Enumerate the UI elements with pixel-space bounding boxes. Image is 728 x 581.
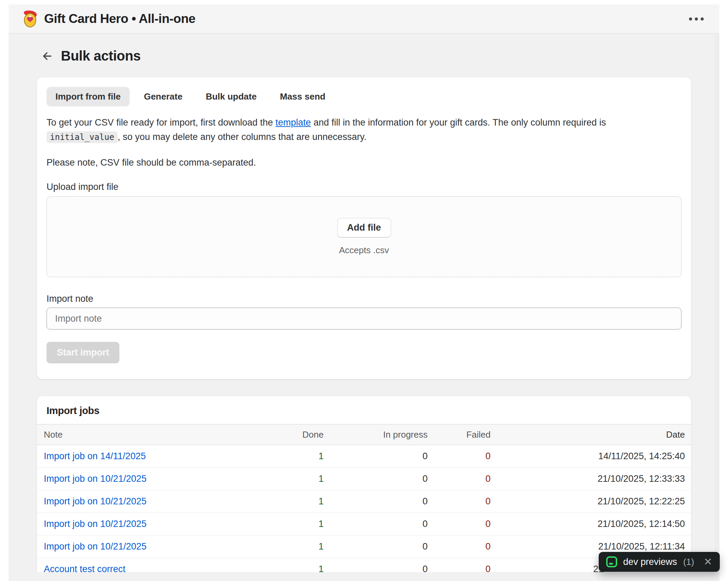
accepts-hint: Accepts .csv bbox=[339, 245, 389, 256]
job-date: 21/10/2025, 12:14:50 bbox=[491, 519, 685, 529]
column-header-done: Done bbox=[242, 429, 324, 440]
job-date: 21/10/2025, 12:33:33 bbox=[491, 474, 685, 484]
failed-count: 0 bbox=[428, 474, 491, 484]
column-header-in-progress: In progress bbox=[324, 429, 428, 440]
table-row: Import job on 10/21/2025 1 0 0 21/10/202… bbox=[37, 513, 691, 535]
failed-count: 0 bbox=[428, 519, 491, 529]
upload-file-label: Upload import file bbox=[47, 182, 681, 192]
in-progress-count: 0 bbox=[324, 451, 428, 462]
csv-note: Please note, CSV file should be comma-se… bbox=[47, 157, 681, 168]
close-icon[interactable]: ✕ bbox=[704, 557, 712, 567]
job-note-link[interactable]: Account test correct bbox=[44, 564, 242, 572]
job-note-link[interactable]: Import job on 10/21/2025 bbox=[44, 496, 242, 507]
bulk-action-tabs: Import from file Generate Bulk update Ma… bbox=[47, 87, 681, 106]
page-header: Bulk actions bbox=[40, 48, 691, 64]
job-note-link[interactable]: Import job on 10/21/2025 bbox=[44, 541, 242, 552]
in-progress-count: 0 bbox=[324, 564, 428, 572]
embedded-app-frame: Gift Card Hero • All-in-one Bulk actions bbox=[9, 4, 719, 581]
tab-bulk-update[interactable]: Bulk update bbox=[197, 87, 265, 106]
import-instructions: To get your CSV file ready for import, f… bbox=[47, 115, 681, 144]
intro-text: and fill in the information for your gif… bbox=[311, 117, 606, 128]
job-date: 14/11/2025, 14:25:40 bbox=[491, 451, 685, 462]
done-count: 1 bbox=[242, 474, 324, 484]
vertical-scrollbar[interactable] bbox=[715, 35, 719, 572]
csv-dropzone[interactable]: Add file Accepts .csv bbox=[47, 196, 681, 277]
add-file-button[interactable]: Add file bbox=[337, 218, 391, 237]
app-header: Gift Card Hero • All-in-one bbox=[9, 4, 719, 34]
done-count: 1 bbox=[242, 451, 324, 462]
dev-preview-window-icon bbox=[606, 556, 617, 567]
template-link[interactable]: template bbox=[275, 117, 311, 128]
job-note-link[interactable]: Import job on 14/11/2025 bbox=[44, 451, 242, 462]
import-note-input[interactable] bbox=[47, 308, 681, 330]
tab-import-from-file[interactable]: Import from file bbox=[47, 87, 130, 106]
column-header-date: Date bbox=[491, 429, 685, 440]
back-button[interactable] bbox=[40, 50, 53, 63]
import-card: Import from file Generate Bulk update Ma… bbox=[37, 77, 691, 379]
import-jobs-card: Import jobs Note Done In progress Failed… bbox=[37, 396, 691, 572]
in-progress-count: 0 bbox=[324, 496, 428, 507]
in-progress-count: 0 bbox=[324, 519, 428, 529]
job-date: 21/10/2025, 12:22:25 bbox=[491, 496, 685, 507]
app-logo-icon bbox=[22, 10, 38, 27]
intro-text: To get your CSV file ready for import, f… bbox=[47, 117, 275, 128]
column-header-note: Note bbox=[44, 429, 242, 440]
failed-count: 0 bbox=[428, 496, 491, 507]
done-count: 1 bbox=[242, 519, 324, 529]
arrow-left-icon bbox=[40, 50, 53, 63]
done-count: 1 bbox=[242, 496, 324, 507]
more-actions-button[interactable] bbox=[687, 14, 706, 24]
tab-generate[interactable]: Generate bbox=[135, 87, 192, 106]
done-count: 1 bbox=[242, 564, 324, 572]
intro-text: , so you may delete any other columns th… bbox=[118, 132, 366, 142]
horizontal-dots-icon bbox=[695, 17, 698, 21]
toast-label: dev previews bbox=[623, 557, 677, 567]
job-note-link[interactable]: Import job on 10/21/2025 bbox=[44, 474, 242, 484]
import-note-label: Import note bbox=[47, 294, 681, 304]
jobs-table-header: Note Done In progress Failed Date bbox=[37, 424, 691, 445]
start-import-button[interactable]: Start import bbox=[47, 342, 119, 363]
import-jobs-title: Import jobs bbox=[37, 396, 691, 424]
table-row: Import job on 10/21/2025 1 0 0 21/10/202… bbox=[37, 535, 691, 558]
job-note-link[interactable]: Import job on 10/21/2025 bbox=[44, 519, 242, 529]
toast-count: (1) bbox=[683, 557, 694, 567]
failed-count: 0 bbox=[428, 451, 491, 462]
horizontal-dots-icon bbox=[701, 17, 704, 21]
failed-count: 0 bbox=[428, 564, 491, 572]
tab-mass-send[interactable]: Mass send bbox=[271, 87, 334, 106]
page-title: Bulk actions bbox=[61, 48, 141, 64]
job-date: 21/10/2025, 12:11:34 bbox=[491, 541, 685, 552]
table-row: Import job on 10/21/2025 1 0 0 21/10/202… bbox=[37, 490, 691, 513]
table-row: Import job on 14/11/2025 1 0 0 14/11/202… bbox=[37, 445, 691, 468]
in-progress-count: 0 bbox=[324, 474, 428, 484]
table-row: Import job on 10/21/2025 1 0 0 21/10/202… bbox=[37, 468, 691, 490]
dev-previews-toast: dev previews (1) ✕ bbox=[599, 552, 720, 572]
page-content: Bulk actions Import from file Generate B… bbox=[9, 34, 719, 572]
initial-value-code-chip: initial_value bbox=[47, 131, 118, 143]
column-header-failed: Failed bbox=[428, 429, 491, 440]
done-count: 1 bbox=[242, 541, 324, 552]
table-row: Account test correct 1 0 0 21/ bbox=[37, 558, 691, 572]
in-progress-count: 0 bbox=[324, 541, 428, 552]
failed-count: 0 bbox=[428, 541, 491, 552]
app-title: Gift Card Hero • All-in-one bbox=[44, 12, 195, 26]
horizontal-dots-icon bbox=[689, 17, 692, 21]
